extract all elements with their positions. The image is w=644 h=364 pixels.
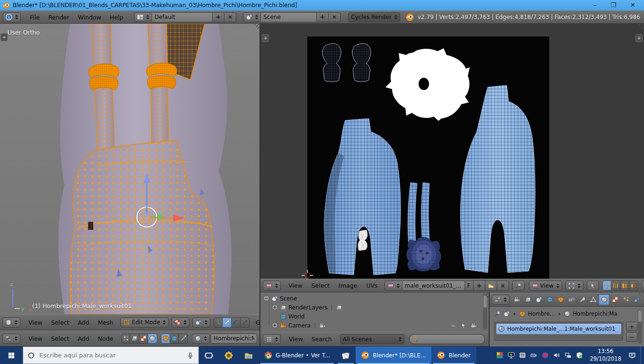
uv-island-button[interactable] bbox=[407, 237, 441, 272]
material-slot-list[interactable]: Hombrepichi:Male_...1:Male_worksuit01 bbox=[494, 322, 623, 341]
start-button[interactable] bbox=[0, 346, 23, 364]
tab-world[interactable] bbox=[544, 294, 555, 305]
editor-type-button-image[interactable] bbox=[263, 281, 281, 291]
material-name-field[interactable]: Hombrepichi:Male. bbox=[211, 334, 257, 344]
taskbar-search[interactable] bbox=[23, 346, 199, 364]
tab-render[interactable] bbox=[511, 294, 522, 305]
node-tree-particles-toggle[interactable] bbox=[121, 334, 130, 344]
tab-object[interactable] bbox=[555, 294, 566, 305]
image-name-field[interactable]: male_worksuit01_... bbox=[402, 281, 465, 291]
defender-tray-icon[interactable] bbox=[576, 352, 583, 359]
taskbar-clock[interactable]: 13:56 29/10/2018 bbox=[587, 348, 624, 363]
tab-material[interactable] bbox=[599, 294, 609, 305]
fake-user-button[interactable]: F bbox=[465, 281, 474, 291]
viewport-3d[interactable]: z y x User Ortho (1) Hombrepichi:Male_wo… bbox=[0, 24, 259, 314]
outliner-item-label[interactable]: RenderLayers bbox=[288, 304, 327, 311]
minimize-button[interactable]: – bbox=[593, 0, 597, 10]
outliner-row-scene[interactable]: − Scene bbox=[260, 294, 489, 303]
taskbar-item-chrome[interactable]: G-Blender • Ver T... bbox=[259, 346, 336, 364]
outliner-item-label[interactable]: World bbox=[288, 313, 304, 320]
shader-object-toggle[interactable] bbox=[161, 334, 170, 344]
uv-pivot-selector[interactable] bbox=[565, 281, 583, 291]
tab-render-layers[interactable] bbox=[522, 294, 533, 305]
ccleaner-tray-icon[interactable] bbox=[542, 352, 549, 359]
antivirus-tray-icon[interactable] bbox=[496, 352, 503, 359]
breadcrumb-object[interactable]: Hombre... bbox=[528, 310, 555, 317]
menu-select[interactable]: Select bbox=[47, 319, 74, 326]
uv-image-editor[interactable]: + + bbox=[259, 24, 644, 279]
outliner-row-world[interactable]: World bbox=[260, 312, 489, 321]
material-icon-selector[interactable] bbox=[192, 334, 210, 344]
outliner-search-input[interactable] bbox=[409, 334, 485, 344]
uv-select-island-toggle[interactable] bbox=[629, 281, 638, 291]
task-view-button[interactable] bbox=[199, 346, 219, 364]
manipulator-toggle[interactable] bbox=[214, 318, 223, 328]
menu-select[interactable]: Select bbox=[307, 282, 334, 289]
mode-selector[interactable]: Edit Mode bbox=[120, 318, 169, 328]
tab-constraints[interactable] bbox=[566, 294, 577, 305]
expand-icon[interactable]: + bbox=[272, 322, 278, 328]
menu-search[interactable]: Search bbox=[307, 336, 336, 343]
outliner-scope-selector[interactable]: All Scenes bbox=[340, 334, 404, 344]
unlink-image-button[interactable] bbox=[497, 281, 509, 291]
editor-type-button-properties[interactable] bbox=[492, 295, 510, 305]
restore-button[interactable]: ❐ bbox=[610, 0, 616, 10]
taskbar-item-photos[interactable] bbox=[219, 346, 239, 364]
uv-snap-selector[interactable] bbox=[642, 281, 644, 291]
properties-scrollbar[interactable] bbox=[638, 309, 642, 344]
editor-type-button-3dview[interactable] bbox=[2, 318, 20, 328]
scale-manipulator-toggle[interactable] bbox=[241, 318, 250, 328]
editor-type-button-info[interactable]: i bbox=[3, 12, 21, 22]
translate-manipulator-toggle[interactable] bbox=[223, 318, 232, 328]
menu-mesh[interactable]: Mesh bbox=[93, 319, 117, 326]
tab-texture[interactable] bbox=[609, 294, 620, 305]
node-tree-shader-toggle[interactable] bbox=[148, 334, 157, 344]
uv-select-vertex-toggle[interactable] bbox=[602, 281, 611, 291]
node-tree-texture-toggle[interactable] bbox=[139, 334, 148, 344]
menu-render[interactable]: Render bbox=[44, 14, 74, 21]
screen-layout-icon-button[interactable] bbox=[134, 12, 152, 22]
outliner-item-label[interactable]: Camera bbox=[288, 322, 311, 329]
add-layout-button[interactable] bbox=[213, 12, 224, 22]
menu-add[interactable]: Add bbox=[73, 335, 93, 342]
add-material-slot-button[interactable]: + bbox=[626, 322, 637, 331]
uv-select-edge-toggle[interactable] bbox=[611, 281, 620, 291]
outliner-item-label[interactable]: Scene bbox=[280, 295, 297, 302]
menu-view[interactable]: View bbox=[24, 335, 47, 342]
editor-type-button-outliner[interactable] bbox=[263, 334, 281, 344]
scene-selector[interactable]: Scene bbox=[261, 12, 317, 22]
scene-icon-button[interactable] bbox=[243, 12, 261, 22]
menu-uvs[interactable]: UVs bbox=[362, 282, 382, 289]
uv-sync-select-toggle[interactable] bbox=[587, 281, 599, 291]
menu-view[interactable]: View bbox=[24, 319, 47, 326]
taskbar-item-blender-active[interactable]: Blender* [D:\BLE... bbox=[356, 346, 431, 364]
shader-linestyle-toggle[interactable] bbox=[179, 334, 188, 344]
outliner-scrollbar[interactable] bbox=[483, 294, 487, 329]
menu-view[interactable]: View bbox=[284, 282, 307, 289]
action-center-icon[interactable] bbox=[628, 352, 636, 359]
image-browse-button[interactable] bbox=[385, 281, 402, 291]
display-channels-selector[interactable]: View bbox=[529, 281, 562, 291]
menu-help[interactable]: Help bbox=[106, 14, 128, 21]
volume-tray-icon[interactable] bbox=[553, 352, 560, 359]
show-desktop-button[interactable] bbox=[640, 346, 642, 364]
outliner[interactable]: − Scene + RenderLayers | World + Camera … bbox=[259, 292, 489, 332]
delete-layout-button[interactable] bbox=[224, 12, 236, 22]
download-monitor-tray-icon[interactable] bbox=[508, 352, 515, 359]
region-expand-tab[interactable]: + bbox=[635, 34, 643, 42]
menu-image[interactable]: Image bbox=[334, 282, 361, 289]
tab-particles[interactable] bbox=[620, 294, 631, 305]
node-tree-compositor-toggle[interactable] bbox=[130, 334, 139, 344]
tab-modifiers[interactable] bbox=[577, 294, 588, 305]
viewport-shading-selector[interactable] bbox=[171, 318, 189, 328]
collapse-icon[interactable]: − bbox=[263, 295, 269, 301]
breadcrumb-material[interactable]: Hombrepichi:Ma bbox=[573, 310, 617, 317]
pin-icon[interactable] bbox=[494, 310, 501, 317]
menu-file[interactable]: File bbox=[26, 14, 44, 21]
rotate-manipulator-toggle[interactable] bbox=[232, 318, 241, 328]
render-engine-selector[interactable]: Cycles Render bbox=[348, 12, 400, 22]
screen-layout-selector[interactable]: Default bbox=[152, 12, 213, 22]
taskbar-item-blender-2[interactable]: Blender bbox=[431, 346, 476, 364]
region-expand-tab[interactable]: + bbox=[262, 34, 269, 42]
restrict-render-icon[interactable] bbox=[471, 322, 477, 329]
